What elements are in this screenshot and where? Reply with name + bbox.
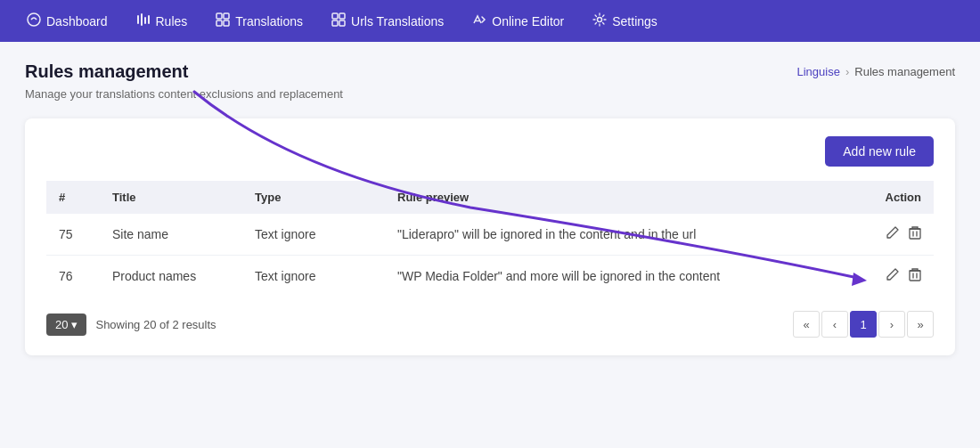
- svg-rect-10: [339, 13, 345, 19]
- cell-type: Text ignore: [242, 256, 385, 297]
- nav-label-online-editor: Online Editor: [492, 14, 564, 29]
- settings-icon: [592, 12, 607, 29]
- action-icons: [866, 267, 921, 285]
- nav-item-dashboard[interactable]: Dashboard: [14, 7, 120, 35]
- rules-icon: [136, 12, 151, 29]
- svg-point-0: [28, 13, 40, 26]
- dashboard-icon: [27, 12, 41, 29]
- nav-label-urls-translations: Urls Translations: [351, 14, 444, 29]
- table-body: 75 Site name Text ignore "Liderapro" wil…: [46, 214, 934, 297]
- navbar: Dashboard Rules Translations Urls Transl…: [0, 0, 980, 42]
- col-header-preview: Rule preview: [385, 181, 853, 214]
- rules-table: # Title Type Rule preview Action 75 Site…: [46, 181, 934, 297]
- page-header: Rules management Linguise › Rules manage…: [25, 61, 955, 82]
- page-btn-3[interactable]: ›: [878, 311, 905, 338]
- svg-rect-2: [141, 13, 143, 26]
- col-header-type: Type: [242, 181, 385, 214]
- svg-rect-11: [332, 20, 338, 26]
- card-toolbar: Add new rule: [46, 136, 934, 167]
- translations-icon: [216, 12, 230, 29]
- page-btn-4[interactable]: »: [907, 311, 934, 338]
- page-btn-0[interactable]: «: [793, 311, 820, 338]
- page-subtitle: Manage your translations content exclusi…: [25, 87, 955, 101]
- table-head: # Title Type Rule preview Action: [46, 181, 934, 214]
- cell-title: Product names: [100, 256, 242, 297]
- cell-num: 76: [46, 256, 100, 297]
- svg-rect-1: [137, 15, 139, 24]
- svg-rect-5: [216, 13, 222, 19]
- edit-icon[interactable]: [886, 225, 900, 243]
- action-icons: [866, 225, 921, 243]
- svg-rect-8: [224, 20, 229, 26]
- cell-preview: "WP Media Folder" and more will be ignor…: [385, 256, 853, 297]
- col-header-title: Title: [100, 181, 242, 214]
- page-title: Rules management: [25, 61, 188, 82]
- footer-left: 20 ▾ Showing 20 of 2 results: [46, 314, 216, 336]
- table-header-row: # Title Type Rule preview Action: [46, 181, 934, 214]
- breadcrumb-separator: ›: [845, 65, 849, 78]
- svg-rect-7: [216, 20, 222, 26]
- col-header-action: Action: [853, 181, 934, 214]
- cell-type: Text ignore: [242, 214, 385, 256]
- nav-label-translations: Translations: [235, 14, 303, 29]
- svg-point-13: [598, 18, 602, 22]
- per-page-value: 20: [55, 318, 68, 331]
- cell-action: [853, 214, 934, 256]
- content-area: Rules management Linguise › Rules manage…: [0, 42, 980, 375]
- page-btn-1[interactable]: ‹: [821, 311, 848, 338]
- per-page-button[interactable]: 20 ▾: [46, 314, 86, 336]
- nav-item-settings[interactable]: Settings: [580, 7, 670, 35]
- showing-results: Showing 20 of 2 results: [95, 318, 216, 331]
- cell-title: Site name: [100, 214, 242, 256]
- svg-rect-16: [910, 271, 920, 281]
- table-row: 75 Site name Text ignore "Liderapro" wil…: [46, 214, 934, 256]
- svg-rect-15: [910, 229, 920, 239]
- nav-item-online-editor[interactable]: Online Editor: [460, 7, 576, 35]
- nav-label-rules: Rules: [156, 14, 188, 29]
- urls-translations-icon: [331, 12, 346, 29]
- table-footer: 20 ▾ Showing 20 of 2 results «‹1›»: [46, 311, 934, 338]
- page-btn-2[interactable]: 1: [850, 311, 877, 338]
- breadcrumb-current: Rules management: [854, 65, 955, 78]
- nav-item-urls-translations[interactable]: Urls Translations: [319, 7, 456, 35]
- delete-icon[interactable]: [909, 267, 921, 285]
- online-editor-icon: [472, 12, 486, 29]
- edit-icon[interactable]: [886, 267, 900, 285]
- svg-rect-6: [224, 13, 229, 19]
- breadcrumb: Linguise › Rules management: [796, 65, 955, 78]
- breadcrumb-parent[interactable]: Linguise: [796, 65, 839, 78]
- delete-icon[interactable]: [909, 225, 921, 243]
- pagination: «‹1›»: [793, 311, 934, 338]
- nav-item-rules[interactable]: Rules: [124, 7, 200, 35]
- cell-num: 75: [46, 214, 100, 256]
- nav-label-dashboard: Dashboard: [46, 14, 108, 29]
- nav-item-translations[interactable]: Translations: [203, 7, 315, 35]
- table-row: 76 Product names Text ignore "WP Media F…: [46, 256, 934, 297]
- svg-rect-4: [148, 15, 150, 24]
- main-card: Add new rule # Title Type Rule preview A…: [25, 118, 955, 355]
- svg-rect-3: [144, 17, 146, 24]
- add-new-rule-button[interactable]: Add new rule: [825, 136, 934, 167]
- svg-rect-12: [339, 20, 345, 26]
- cell-action: [853, 256, 934, 297]
- cell-preview: "Liderapro" will be ignored in the conte…: [385, 214, 853, 256]
- nav-label-settings: Settings: [612, 14, 657, 29]
- svg-rect-9: [332, 13, 338, 19]
- col-header-num: #: [46, 181, 100, 214]
- per-page-chevron-icon: ▾: [71, 318, 78, 331]
